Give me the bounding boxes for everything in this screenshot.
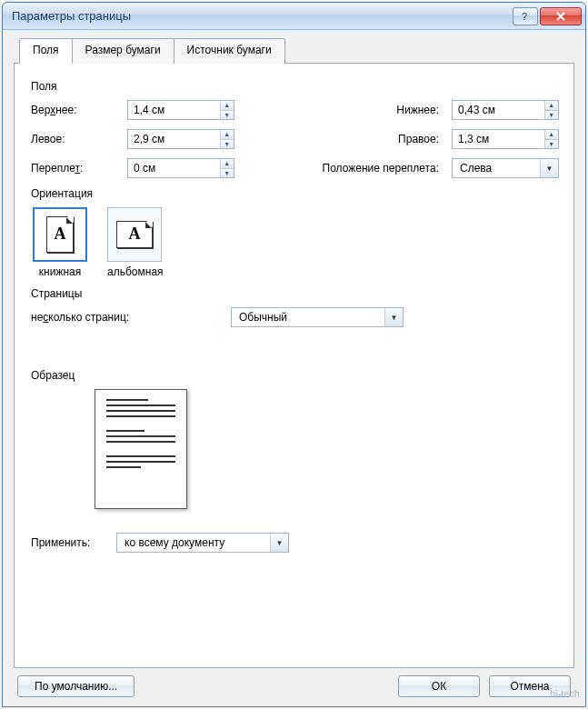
close-button[interactable] xyxy=(540,7,582,25)
spin-down-icon[interactable]: ▼ xyxy=(545,111,558,120)
orientation-portrait-icon: A xyxy=(33,207,87,262)
tab-strip: Поля Размер бумаги Источник бумаги xyxy=(19,38,574,64)
spinner-gutter[interactable]: ▲▼ xyxy=(127,158,234,178)
chevron-down-icon[interactable]: ▼ xyxy=(270,534,288,552)
spinner-left-margin[interactable]: ▲▼ xyxy=(127,129,234,149)
select-gutter-position[interactable]: Слева ▼ xyxy=(452,158,559,178)
input-bottom-margin[interactable] xyxy=(453,101,544,119)
label-left-margin: Левое: xyxy=(31,133,127,145)
help-button[interactable]: ? xyxy=(513,7,538,25)
label-top-margin: Верхнее: xyxy=(31,104,127,116)
tab-panel-margins: Поля Верхнее: ▲▼ Нижнее: ▲▼ Левое: xyxy=(14,63,574,668)
multiple-pages-value: Обычный xyxy=(232,311,384,324)
label-right-margin: Правое: xyxy=(290,133,452,145)
gutter-position-value: Слева xyxy=(453,162,540,175)
spinner-right-margin[interactable]: ▲▼ xyxy=(452,129,559,149)
spin-up-icon[interactable]: ▲ xyxy=(221,101,234,111)
spinner-top-margin[interactable]: ▲▼ xyxy=(127,100,234,120)
tab-paper-size[interactable]: Размер бумаги xyxy=(72,38,174,64)
help-icon: ? xyxy=(520,11,531,22)
section-margins: Поля xyxy=(31,80,559,93)
label-bottom-margin: Нижнее: xyxy=(290,104,452,116)
tab-margins[interactable]: Поля xyxy=(19,38,73,64)
dialog-footer: По умолчанию... ОК Отмена xyxy=(14,668,574,697)
section-pages: Страницы xyxy=(31,287,559,300)
spin-down-icon[interactable]: ▼ xyxy=(545,140,558,149)
input-gutter[interactable] xyxy=(128,159,220,177)
input-right-margin[interactable] xyxy=(453,130,544,148)
page-setup-dialog: Параметры страницы ? Поля Размер бумаги … xyxy=(2,2,586,707)
orientation-landscape-icon: A xyxy=(107,207,162,262)
label-multiple-pages: несколько страниц: xyxy=(31,311,185,324)
spinner-bottom-margin[interactable]: ▲▼ xyxy=(452,100,559,120)
svg-text:?: ? xyxy=(522,11,527,22)
spin-up-icon[interactable]: ▲ xyxy=(545,130,558,140)
label-gutter: Переплет: xyxy=(31,162,127,175)
spin-up-icon[interactable]: ▲ xyxy=(221,159,234,169)
page-preview xyxy=(95,389,187,509)
spin-up-icon[interactable]: ▲ xyxy=(545,101,558,111)
cancel-button[interactable]: Отмена xyxy=(489,675,571,697)
orientation-portrait[interactable]: A книжная xyxy=(33,207,87,278)
orientation-portrait-label: книжная xyxy=(33,265,87,278)
spin-down-icon[interactable]: ▼ xyxy=(221,140,234,149)
input-top-margin[interactable] xyxy=(128,101,220,119)
section-orientation: Ориентация xyxy=(31,187,559,200)
select-multiple-pages[interactable]: Обычный ▼ xyxy=(231,307,404,327)
dialog-body: Поля Размер бумаги Источник бумаги Поля … xyxy=(3,30,585,706)
orientation-landscape-label: альбомная xyxy=(107,265,164,278)
chevron-down-icon[interactable]: ▼ xyxy=(540,159,558,177)
window-title: Параметры страницы xyxy=(12,9,511,23)
ok-button[interactable]: ОК xyxy=(398,675,480,697)
spin-up-icon[interactable]: ▲ xyxy=(221,130,234,140)
tab-paper-source[interactable]: Источник бумаги xyxy=(174,38,285,64)
apply-to-value: ко всему документу xyxy=(117,536,270,549)
select-apply-to[interactable]: ко всему документу ▼ xyxy=(116,533,289,553)
section-preview: Образец xyxy=(31,369,559,382)
label-apply-to: Применить: xyxy=(31,536,116,549)
chevron-down-icon[interactable]: ▼ xyxy=(384,308,403,326)
orientation-landscape[interactable]: A альбомная xyxy=(107,207,164,278)
spin-down-icon[interactable]: ▼ xyxy=(221,169,234,178)
input-left-margin[interactable] xyxy=(128,130,220,148)
default-button[interactable]: По умолчанию... xyxy=(17,675,135,697)
titlebar: Параметры страницы ? xyxy=(3,3,585,30)
label-gutter-position: Положение переплета: xyxy=(266,162,452,175)
close-icon xyxy=(555,11,566,22)
spin-down-icon[interactable]: ▼ xyxy=(221,111,234,120)
